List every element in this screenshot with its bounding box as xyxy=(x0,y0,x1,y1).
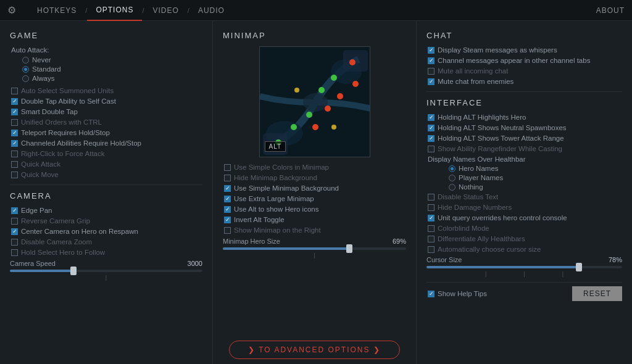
cb-disable-zoom-box[interactable] xyxy=(11,239,18,246)
cb-show-on-right-box[interactable] xyxy=(224,227,231,234)
cb-simple-colors[interactable]: Use Simple Colors in Minimap xyxy=(223,163,406,171)
cb-right-click-force-box[interactable] xyxy=(11,151,18,157)
cb-teleport-hold[interactable]: Teleport Requires Hold/Stop xyxy=(10,129,202,136)
cb-hide-damage-box[interactable] xyxy=(428,204,434,211)
cursor-size-track[interactable] xyxy=(426,266,622,268)
cb-extra-large[interactable]: Use Extra Large Minimap xyxy=(223,195,406,202)
cb-auto-cursor[interactable]: Automatically choose cursor size xyxy=(426,246,622,253)
cb-alt-hero-icons[interactable]: Use Alt to show Hero icons xyxy=(223,205,406,213)
cb-hold-select-box[interactable] xyxy=(11,249,18,256)
cb-center-camera-box[interactable] xyxy=(11,228,18,235)
radio-nothing-btn[interactable] xyxy=(449,184,455,191)
cb-channel-msgs[interactable]: Channel messages appear in other channel… xyxy=(426,57,622,64)
cb-invert-alt[interactable]: Invert Alt Toggle xyxy=(223,216,406,223)
cb-simple-bg-box[interactable] xyxy=(224,185,231,192)
cb-unit-query[interactable]: Unit query overrides hero control consol… xyxy=(426,214,622,221)
cb-reverse-camera-box[interactable] xyxy=(11,218,18,225)
cb-auto-select-summoned[interactable]: Auto Select Summoned Units xyxy=(10,87,202,94)
cb-diff-ally[interactable]: Differentiate Ally Healthbars xyxy=(426,235,622,242)
radio-nothing[interactable]: Nothing xyxy=(436,183,622,191)
cb-holding-tower[interactable]: Holding ALT Shows Tower Attack Range xyxy=(426,134,622,142)
cb-quick-attack-box[interactable] xyxy=(11,161,18,168)
tab-hotkeys[interactable]: HOTKEYS xyxy=(28,0,85,21)
cb-unit-query-box[interactable] xyxy=(428,215,434,221)
cb-quick-move-box[interactable] xyxy=(11,172,18,178)
cb-steam-whispers-box[interactable] xyxy=(428,47,434,54)
radio-standard-btn[interactable] xyxy=(22,66,29,73)
cb-channeled-hold-box[interactable] xyxy=(11,140,18,147)
cursor-size-thumb[interactable] xyxy=(576,263,582,271)
cb-channel-msgs-box[interactable] xyxy=(428,57,434,64)
minimap-hero-size-track[interactable] xyxy=(223,247,406,250)
cb-mute-enemies[interactable]: Mute chat from enemies xyxy=(426,78,622,85)
radio-hero-names-btn[interactable] xyxy=(449,165,455,172)
cb-edge-pan[interactable]: Edge Pan xyxy=(10,207,202,214)
about-link[interactable]: ABOUT xyxy=(596,6,625,15)
radio-player-names-btn[interactable] xyxy=(449,175,455,181)
cb-hold-select[interactable]: Hold Select Hero to Follow xyxy=(10,249,202,256)
tab-options[interactable]: OPTIONS xyxy=(87,0,142,21)
cb-diff-ally-box[interactable] xyxy=(428,236,434,242)
cb-disable-status-box[interactable] xyxy=(428,194,434,201)
mid-column: MINIMAP xyxy=(213,21,417,364)
cb-mute-incoming[interactable]: Mute all incoming chat xyxy=(426,67,622,75)
radio-never-btn[interactable] xyxy=(22,57,29,64)
cb-alt-hero-icons-box[interactable] xyxy=(224,206,231,213)
cb-show-ability-range[interactable]: Show Ability Rangefinder While Casting xyxy=(426,145,622,152)
cb-unified-orders-box[interactable] xyxy=(11,119,18,126)
cb-steam-whispers[interactable]: Display Steam messages as whispers xyxy=(426,46,622,54)
cb-double-tap-box[interactable] xyxy=(11,98,18,105)
radio-always[interactable]: Always xyxy=(10,75,202,82)
cb-right-click-force[interactable]: Right-Click to Force Attack xyxy=(10,150,202,157)
cb-quick-attack[interactable]: Quick Attack xyxy=(10,160,202,168)
cb-colorblind-box[interactable] xyxy=(428,225,434,232)
cb-show-ability-range-box[interactable] xyxy=(428,146,434,152)
cb-invert-alt-box[interactable] xyxy=(224,217,231,223)
radio-standard[interactable]: Standard xyxy=(10,65,202,73)
cb-auto-cursor-box[interactable] xyxy=(428,246,434,253)
cb-holding-tower-box[interactable] xyxy=(428,135,434,142)
radio-always-btn[interactable] xyxy=(22,75,29,82)
cb-colorblind[interactable]: Colorblind Mode xyxy=(426,225,622,232)
minimap-hero-size-thumb[interactable] xyxy=(346,244,352,253)
cb-unified-orders[interactable]: Unified Orders with CTRL xyxy=(10,118,202,126)
cb-smart-double-tap[interactable]: Smart Double Tap xyxy=(10,108,202,115)
cb-holding-neutral[interactable]: Holding ALT Shows Neutral Spawnboxes xyxy=(426,124,622,131)
gear-icon[interactable]: ⚙ xyxy=(7,4,16,16)
camera-speed-thumb[interactable] xyxy=(70,267,77,275)
cb-teleport-hold-box[interactable] xyxy=(11,130,18,136)
cb-holding-highlights[interactable]: Holding ALT Highlights Hero xyxy=(426,114,622,121)
tab-audio[interactable]: AUDIO xyxy=(189,0,233,21)
cb-hide-bg[interactable]: Hide Minimap Background xyxy=(223,174,406,181)
cb-disable-zoom[interactable]: Disable Camera Zoom xyxy=(10,238,202,246)
cb-channeled-hold[interactable]: Channeled Abilities Require Hold/Stop xyxy=(10,139,202,147)
cb-simple-bg[interactable]: Use Simple Minimap Background xyxy=(223,184,406,192)
cb-holding-neutral-box[interactable] xyxy=(428,125,434,131)
cb-center-camera[interactable]: Center Camera on Hero on Respawn xyxy=(10,228,202,235)
cb-reverse-camera[interactable]: Reverse Camera Grip xyxy=(10,217,202,225)
cb-show-help-tips-box[interactable] xyxy=(428,291,434,297)
tab-video[interactable]: VIDEO xyxy=(144,0,188,21)
cb-edge-pan-box[interactable] xyxy=(11,207,18,214)
cb-extra-large-box[interactable] xyxy=(224,196,231,202)
cb-hide-damage[interactable]: Hide Damage Numbers xyxy=(426,204,622,211)
cb-show-help-tips[interactable]: Show Help Tips xyxy=(426,290,487,297)
cb-hide-bg-box[interactable] xyxy=(224,175,231,181)
cb-auto-select-summoned-box[interactable] xyxy=(11,88,18,94)
camera-speed-track[interactable] xyxy=(10,270,202,272)
cb-show-on-right[interactable]: Show Minimap on the Right xyxy=(223,226,406,234)
minimap-hero-size-tick: | xyxy=(314,252,315,259)
cb-simple-colors-box[interactable] xyxy=(224,164,231,171)
cb-holding-highlights-box[interactable] xyxy=(428,114,434,121)
cb-smart-double-tap-box[interactable] xyxy=(11,109,18,115)
radio-never[interactable]: Never xyxy=(10,56,202,64)
cb-double-tap[interactable]: Double Tap Ability to Self Cast xyxy=(10,97,202,105)
reset-button[interactable]: RESET xyxy=(572,286,622,301)
radio-hero-names[interactable]: Hero Names xyxy=(436,165,622,172)
cb-disable-status[interactable]: Disable Status Text xyxy=(426,193,622,201)
cb-quick-move[interactable]: Quick Move xyxy=(10,171,202,178)
radio-player-names[interactable]: Player Names xyxy=(436,174,622,181)
cb-mute-incoming-box[interactable] xyxy=(428,68,434,75)
advanced-options-button[interactable]: ❯ TO ADVANCED OPTIONS ❯ xyxy=(229,341,400,359)
cb-mute-enemies-box[interactable] xyxy=(428,78,434,85)
